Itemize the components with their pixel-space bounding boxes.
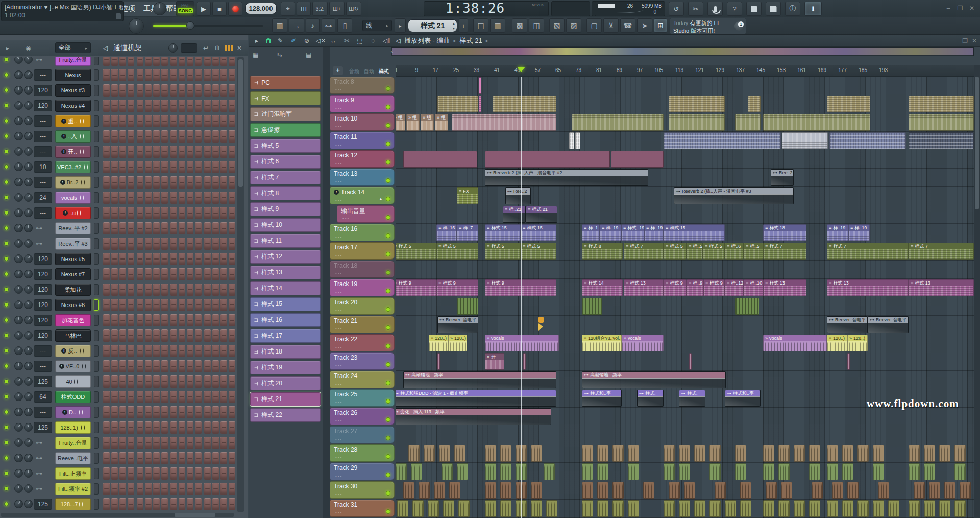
step-cell[interactable] xyxy=(145,161,152,173)
step-cell[interactable] xyxy=(145,130,152,143)
step-cell[interactable] xyxy=(220,100,227,112)
clip[interactable] xyxy=(794,445,805,462)
step-cell[interactable] xyxy=(145,391,152,403)
slide-note-button[interactable]: ♪ xyxy=(306,18,320,33)
clip[interactable] xyxy=(847,353,850,370)
step-cell[interactable] xyxy=(153,207,160,219)
step-cell[interactable] xyxy=(153,100,160,112)
clip-样式 13[interactable]: ≡样式 13 xyxy=(624,279,664,296)
pan-knob[interactable] xyxy=(14,500,23,508)
step-cell[interactable] xyxy=(212,146,219,158)
channel-display-selector[interactable] xyxy=(94,238,99,249)
step-cell[interactable] xyxy=(170,345,177,357)
clip[interactable] xyxy=(643,482,654,499)
step-cell[interactable] xyxy=(103,100,110,112)
step-cell[interactable] xyxy=(137,329,143,342)
step-cell[interactable] xyxy=(170,299,177,311)
step-cell[interactable] xyxy=(212,483,219,495)
channel-display-selector[interactable] xyxy=(94,115,99,127)
step-cell[interactable] xyxy=(137,207,143,219)
step-cell[interactable] xyxy=(187,483,193,495)
step-cell[interactable] xyxy=(103,69,110,81)
step-cell[interactable] xyxy=(145,314,152,326)
track-options-dots[interactable]: ••• xyxy=(335,253,342,257)
track-mute-led[interactable] xyxy=(386,142,390,146)
track-mute-led[interactable] xyxy=(386,289,390,293)
track-header-Track 23[interactable]: Track 23 ••• xyxy=(330,352,395,370)
step-cell[interactable] xyxy=(137,467,143,480)
track-mute-led[interactable] xyxy=(386,86,390,91)
step-cell[interactable] xyxy=(137,130,143,143)
split-button[interactable]: ▧ xyxy=(549,18,565,33)
step-cell[interactable] xyxy=(111,329,118,342)
step-cell[interactable] xyxy=(229,84,235,97)
clip-样式 13[interactable]: ≡样式 13 xyxy=(909,279,974,296)
step-cell[interactable] xyxy=(220,498,227,510)
step-cell[interactable] xyxy=(179,329,185,342)
channel-led[interactable] xyxy=(4,425,9,430)
track-header-Track 29[interactable]: Track 29 ••• xyxy=(330,463,395,480)
rack-horizontal-scrollbar[interactable] xyxy=(1,513,234,517)
step-cell[interactable] xyxy=(179,421,185,434)
pan-knob[interactable] xyxy=(14,239,23,248)
pan-knob[interactable] xyxy=(14,147,23,156)
picker-grid-icon[interactable]: ▤ xyxy=(306,51,311,58)
playback-tool-icon[interactable]: ◁‖ xyxy=(382,37,390,44)
channel-display-selector[interactable] xyxy=(94,407,99,418)
track-header-Track 11[interactable]: Track 11 ••• xyxy=(330,132,395,149)
channel-button[interactable]: 加花音色 xyxy=(55,314,91,326)
volume-knob[interactable] xyxy=(24,438,33,447)
step-cell[interactable] xyxy=(145,146,152,158)
step-cell[interactable] xyxy=(119,253,126,265)
clip[interactable] xyxy=(457,298,478,315)
step-cell[interactable] xyxy=(161,100,168,112)
channel-button[interactable]: vocals xyxy=(55,192,91,204)
spinner-icon[interactable]: ▲▼ xyxy=(452,21,455,31)
channel-target-value[interactable]: --- xyxy=(34,146,52,157)
clip-样式 5[interactable]: ≡样式 5 xyxy=(436,243,478,260)
step-cell[interactable] xyxy=(229,467,235,480)
pattern-prev-button[interactable]: ▸ xyxy=(395,18,406,33)
clip[interactable] xyxy=(403,482,414,499)
step-cell[interactable] xyxy=(187,345,193,357)
pan-knob[interactable] xyxy=(14,116,23,125)
track-mute-led[interactable] xyxy=(386,233,390,238)
channel-led[interactable] xyxy=(4,119,9,123)
track-header-Track 8[interactable]: Track 8 ••• xyxy=(330,77,395,94)
track-header-Track 25[interactable]: Track 25 ••• xyxy=(330,389,395,407)
step-cell[interactable] xyxy=(170,268,177,280)
step-cell[interactable] xyxy=(187,467,193,480)
step-cell[interactable] xyxy=(137,146,143,158)
step-cell[interactable] xyxy=(153,299,160,311)
step-cell[interactable] xyxy=(111,130,118,143)
step-cell[interactable] xyxy=(145,69,152,81)
clip[interactable] xyxy=(740,482,751,499)
clip[interactable] xyxy=(523,353,526,370)
step-cell[interactable] xyxy=(153,452,160,464)
clip[interactable] xyxy=(664,463,675,480)
step-cell[interactable] xyxy=(187,115,193,127)
picker-tab-音频[interactable]: 音频 xyxy=(349,68,359,75)
track-mute-led[interactable] xyxy=(386,307,390,312)
step-cell[interactable] xyxy=(128,360,134,372)
clip[interactable] xyxy=(909,96,974,112)
channel-display-selector[interactable] xyxy=(94,330,99,341)
channel-display-selector[interactable] xyxy=(94,376,99,387)
channel-button[interactable]: 40 xyxy=(55,375,91,388)
channel-button[interactable]: Nexus #3 xyxy=(55,84,91,97)
step-cell[interactable] xyxy=(153,314,160,326)
channel-display-selector[interactable] xyxy=(94,437,99,449)
clip[interactable] xyxy=(452,114,556,131)
clip-样式 7[interactable]: ≡样式 7 xyxy=(624,243,664,260)
mute-tool-icon[interactable]: ◁✕ xyxy=(316,37,324,44)
time-display[interactable]: 1:38:26 M:S:CS xyxy=(424,1,549,16)
step-cell[interactable] xyxy=(137,345,143,357)
step-cell[interactable] xyxy=(187,314,193,326)
step-cell[interactable] xyxy=(229,161,235,173)
paint-tool-icon[interactable]: ✐ xyxy=(289,37,298,44)
metronome-button[interactable]: Ш xyxy=(297,2,311,16)
step-cell[interactable] xyxy=(212,299,219,311)
track-mute-led[interactable] xyxy=(386,344,390,348)
step-cell[interactable] xyxy=(128,284,134,296)
step-cell[interactable] xyxy=(103,314,110,326)
